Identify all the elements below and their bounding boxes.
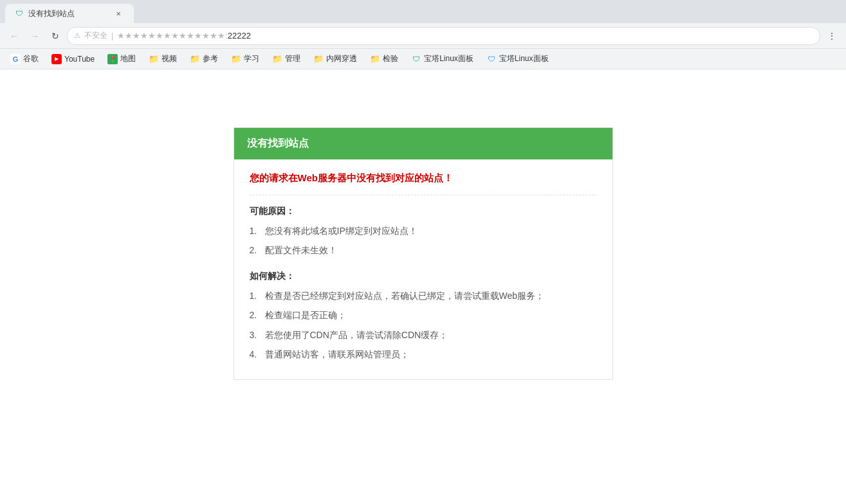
bookmark-study-label: 学习 [244, 53, 259, 64]
bookmark-reference[interactable]: 📁 参考 [185, 51, 223, 66]
tab-title: 没有找到站点 [28, 8, 109, 19]
reason-text-1: 您没有将此域名或IP绑定到对应站点！ [265, 224, 418, 238]
management-favicon: 📁 [272, 54, 282, 64]
tab-close-button[interactable]: ✕ [113, 8, 124, 19]
bookmark-baota2-label: 宝塔Linux面板 [499, 53, 549, 64]
reason-item-2: 2. 配置文件未生效！ [250, 243, 597, 257]
bookmark-maps[interactable]: 📍 地图 [102, 51, 141, 66]
reason-text-2: 配置文件未生效！ [265, 243, 337, 257]
solution-text-1: 检查是否已经绑定到对应站点，若确认已绑定，请尝试重载Web服务； [265, 289, 545, 303]
inspect-favicon: 📁 [370, 54, 380, 64]
solution-item-3: 3. 若您使用了CDN产品，请尝试清除CDN缓存； [250, 328, 597, 342]
bookmark-baota2[interactable]: 🛡 宝塔Linux面板 [481, 51, 554, 66]
solutions-title: 如何解决： [250, 271, 597, 282]
tab-bar: 🛡 没有找到站点 ✕ [0, 0, 846, 23]
bookmark-videos[interactable]: 📁 视频 [143, 51, 182, 66]
bookmark-reference-label: 参考 [203, 53, 218, 64]
solutions-section: 如何解决： 1. 检查是否已经绑定到对应站点，若确认已绑定，请尝试重载Web服务… [250, 271, 597, 362]
bookmark-intranet[interactable]: 📁 内网穿透 [308, 51, 362, 66]
solution-text-2: 检查端口是否正确； [265, 308, 346, 322]
page-content: 没有找到站点 您的请求在Web服务器中没有找到对应的站点！ 可能原因： 1. 您… [0, 69, 846, 504]
tab-favicon: 🛡 [15, 9, 24, 18]
settings-button[interactable]: ⋮ [823, 27, 841, 45]
solution-item-1: 1. 检查是否已经绑定到对应站点，若确认已绑定，请尝试重载Web服务； [250, 289, 597, 303]
solution-num-4: 4. [250, 347, 262, 361]
address-bar[interactable]: ⚠ 不安全 | ★★★★★★★★★★★★★★:22222 [67, 27, 820, 45]
error-card-body: 您的请求在Web服务器中没有找到对应的站点！ 可能原因： 1. 您没有将此域名或… [234, 159, 612, 379]
browser-window: 🛡 没有找到站点 ✕ ← → ↻ ⚠ 不安全 | ★★★★★★★★★★★★★★:… [0, 0, 846, 504]
reference-favicon: 📁 [190, 54, 200, 64]
youtube-favicon: ▶ [51, 54, 62, 64]
solution-item-2: 2. 检查端口是否正确； [250, 308, 597, 322]
solution-text-3: 若您使用了CDN产品，请尝试清除CDN缓存； [265, 328, 448, 342]
reason-num-1: 1. [250, 224, 262, 238]
bookmark-intranet-label: 内网穿透 [326, 53, 357, 64]
solution-num-2: 2. [250, 308, 262, 322]
bookmark-baota1-label: 宝塔Linux面板 [424, 53, 474, 64]
url-prefix: ★★★★★★★★★★★★★★: [117, 31, 228, 40]
bookmark-inspect-label: 检验 [383, 53, 398, 64]
videos-favicon: 📁 [149, 54, 159, 64]
bookmark-management-label: 管理 [285, 53, 300, 64]
url-display: ★★★★★★★★★★★★★★:22222 [117, 31, 813, 40]
bookmarks-bar: G 谷歌 ▶ YouTube 📍 地图 📁 视频 📁 参考 📁 学习 📁 管理 … [0, 49, 846, 69]
error-main-text: 您的请求在Web服务器中没有找到对应的站点！ [250, 172, 597, 195]
reason-num-2: 2. [250, 243, 262, 257]
bookmark-study[interactable]: 📁 学习 [226, 51, 264, 66]
toolbar: ← → ↻ ⚠ 不安全 | ★★★★★★★★★★★★★★:22222 ⋮ [0, 23, 846, 49]
possible-reasons-title: 可能原因： [250, 206, 597, 217]
bookmark-youtube[interactable]: ▶ YouTube [46, 52, 100, 66]
google-favicon: G [10, 54, 21, 64]
solution-text-4: 普通网站访客，请联系网站管理员； [265, 347, 409, 361]
back-button[interactable]: ← [5, 27, 23, 45]
solution-num-1: 1. [250, 289, 262, 303]
bookmark-youtube-label: YouTube [64, 55, 95, 64]
study-favicon: 📁 [231, 54, 241, 64]
error-card: 没有找到站点 您的请求在Web服务器中没有找到对应的站点！ 可能原因： 1. 您… [234, 127, 613, 380]
warning-icon: ⚠ [74, 32, 80, 40]
error-card-header: 没有找到站点 [234, 128, 612, 159]
bookmark-videos-label: 视频 [161, 53, 177, 64]
reason-item-1: 1. 您没有将此域名或IP绑定到对应站点！ [250, 224, 597, 238]
intranet-favicon: 📁 [313, 54, 324, 64]
bookmark-maps-label: 地图 [120, 53, 136, 64]
possible-reasons-section: 可能原因： 1. 您没有将此域名或IP绑定到对应站点！ 2. 配置文件未生效！ [250, 206, 597, 258]
baota2-favicon: 🛡 [486, 54, 497, 64]
separator: | [111, 32, 113, 40]
baota1-favicon: 🛡 [411, 54, 421, 64]
bookmark-baota1[interactable]: 🛡 宝塔Linux面板 [406, 51, 479, 66]
refresh-button[interactable]: ↻ [46, 27, 64, 45]
not-secure-label: 不安全 [84, 30, 107, 41]
maps-favicon: 📍 [107, 54, 118, 64]
bookmark-google[interactable]: G 谷歌 [5, 51, 44, 66]
bookmark-google-label: 谷歌 [23, 53, 39, 64]
active-tab[interactable]: 🛡 没有找到站点 ✕ [5, 4, 134, 23]
solution-item-4: 4. 普通网站访客，请联系网站管理员； [250, 347, 597, 361]
bookmark-inspect[interactable]: 📁 检验 [365, 51, 403, 66]
forward-button[interactable]: → [26, 27, 44, 45]
solution-num-3: 3. [250, 328, 262, 342]
bookmark-management[interactable]: 📁 管理 [267, 51, 306, 66]
